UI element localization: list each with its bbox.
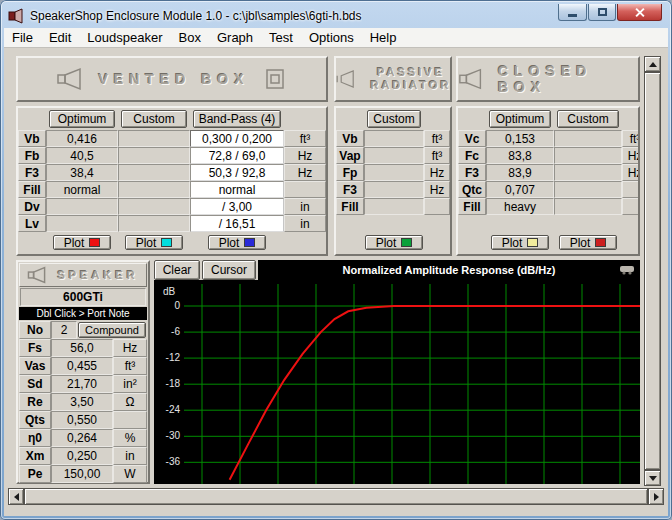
vented-f3-custom (118, 164, 190, 181)
y-tick-0: 0 (154, 300, 180, 311)
plot-closed-custom-button[interactable]: Plot (559, 235, 617, 250)
right-arrow-icon (654, 493, 659, 501)
vented-vb-optimum: 0,416 (46, 130, 118, 147)
closed-f3-unit: Hz (622, 164, 640, 181)
passive-custom-button[interactable]: Custom (367, 110, 421, 128)
closed-vc-optimum: 0,153 (486, 130, 554, 147)
passive-params-panel: Custom Vb ft³ Vap ft³ Fp Hz F3 Hz Fill (334, 106, 452, 256)
bandpass-f3-value[interactable]: 50,3 / 92,8 (190, 164, 284, 181)
window-title: SpeakerShop Enclosure Module 1.0 - c:\jb… (30, 9, 362, 23)
passive-vap-value (364, 147, 424, 164)
vented-optimum-button[interactable]: Optimum (49, 110, 115, 128)
spk-label-no: No (19, 321, 51, 339)
plot-color-chip-cyan (161, 238, 172, 247)
menu-box[interactable]: Box (171, 29, 209, 46)
bandpass-fb-value[interactable]: 72,8 / 69,0 (190, 147, 284, 164)
spk-pe-value: 150,00 (51, 465, 113, 483)
close-button[interactable] (617, 4, 662, 21)
client-area: VENTED BOX PASSIVE RADIATOR CLOSED BOX (4, 48, 668, 516)
graph-tool-icon[interactable] (619, 264, 635, 275)
speaker-model[interactable]: 600GTi (20, 288, 146, 306)
closed-fc-optimum: 83,8 (486, 147, 554, 164)
vertical-scrollbar[interactable] (644, 56, 661, 486)
vented-fill-unit (284, 181, 326, 198)
horizontal-scrollbar[interactable] (8, 488, 664, 505)
spk-no-value: 2 (51, 321, 77, 339)
minimize-button[interactable] (558, 4, 587, 21)
plot-color-chip-green (401, 238, 412, 247)
bandpass-dv-value[interactable]: / 3,00 (190, 198, 284, 215)
scroll-right-button[interactable] (648, 488, 664, 505)
passive-vb-value (364, 130, 424, 147)
passive-radiator-icon (334, 67, 358, 91)
bandpass-lv-value[interactable]: / 16,51 (190, 215, 284, 232)
menu-options[interactable]: Options (301, 29, 362, 46)
left-arrow-icon (14, 493, 19, 501)
spk-re-unit: Ω (113, 393, 147, 411)
menu-loudspeaker[interactable]: Loudspeaker (79, 29, 170, 46)
menu-edit[interactable]: Edit (41, 29, 79, 46)
vented-custom-button[interactable]: Custom (121, 110, 187, 128)
closed-f3-custom (554, 164, 622, 181)
spk-label-xm: Xm (19, 447, 51, 465)
maximize-icon (598, 8, 607, 16)
scroll-up-button[interactable] (644, 56, 661, 72)
menu-graph[interactable]: Graph (209, 29, 261, 46)
passive-fp-unit: Hz (424, 164, 450, 181)
plot-label: Plot (376, 236, 397, 250)
closed-qtc-optimum: 0,707 (486, 181, 554, 198)
scroll-left-button[interactable] (8, 488, 24, 505)
vented-box-header: VENTED BOX (16, 56, 328, 102)
bandpass-fill-value[interactable]: normal (190, 181, 284, 198)
vented-dv-optimum (46, 198, 118, 215)
clear-button[interactable]: Clear (154, 260, 200, 280)
plot-custom-button[interactable]: Plot (125, 235, 183, 250)
plot-passive-button[interactable]: Plot (365, 235, 423, 250)
y-axis-unit: dB (163, 286, 175, 297)
closed-custom-button[interactable]: Custom (557, 110, 619, 128)
closed-box-title: CLOSED BOX (498, 63, 638, 95)
param-label-f3: F3 (18, 164, 46, 181)
compound-button[interactable]: Compound (78, 322, 146, 338)
menu-file[interactable]: File (4, 29, 41, 46)
graph-title-bar: Normalized Amplitude Response (dB/Hz) (258, 260, 640, 280)
titlebar: SpeakerShop Enclosure Module 1.0 - c:\jb… (8, 6, 552, 26)
bandpass-vb-input[interactable] (190, 130, 284, 147)
spk-xm-value: 0,250 (51, 447, 113, 465)
y-tick-4: -24 (154, 404, 180, 415)
speaker-parameters-table: No 2 Compound Fs 56,0 Hz Vas 0,455 ft³ S… (19, 321, 147, 483)
passive-title-line2: RADIATOR (370, 79, 451, 91)
vented-bandpass-button[interactable]: Band-Pass (4) (193, 110, 281, 128)
cursor-button[interactable]: Cursor (202, 260, 256, 280)
horizontal-scrollbar-thumb[interactable] (24, 488, 648, 505)
plot-color-chip-red (89, 238, 100, 247)
spk-re-value: 3,50 (51, 393, 113, 411)
up-arrow-icon (649, 62, 657, 67)
spk-label-vas: Vas (19, 357, 51, 375)
closed-label-fc: Fc (458, 147, 486, 164)
vented-dv-unit: in (284, 198, 326, 215)
y-tick-6: -36 (154, 456, 180, 467)
vented-dv-custom (118, 198, 190, 215)
speaker-icon (27, 266, 49, 284)
passive-label-f3: F3 (336, 181, 364, 198)
speaker-header: SPEAKER (19, 263, 147, 287)
plot-bandpass-button[interactable]: Plot (208, 235, 266, 250)
response-plot[interactable]: dB 0 -6 -12 -18 -24 -30 -36 (154, 280, 640, 484)
closed-optimum-button[interactable]: Optimum (489, 110, 551, 128)
spk-xm-unit: in (113, 447, 147, 465)
passive-f3-value (364, 181, 424, 198)
plot-closed-optimum-button[interactable]: Plot (491, 235, 549, 250)
menu-help[interactable]: Help (362, 29, 405, 46)
maximize-button[interactable] (588, 4, 616, 21)
passive-fill-unit (424, 198, 450, 215)
speaker-title: SPEAKER (57, 269, 138, 281)
closed-box-header: CLOSED BOX (456, 56, 640, 102)
spk-fs-unit: Hz (113, 339, 147, 357)
vertical-scrollbar-thumb[interactable] (644, 72, 661, 470)
close-icon (634, 7, 645, 18)
scroll-down-button[interactable] (644, 470, 661, 486)
plot-optimum-button[interactable]: Plot (53, 235, 111, 250)
menu-test[interactable]: Test (261, 29, 301, 46)
spk-label-qts: Qts (19, 411, 51, 429)
